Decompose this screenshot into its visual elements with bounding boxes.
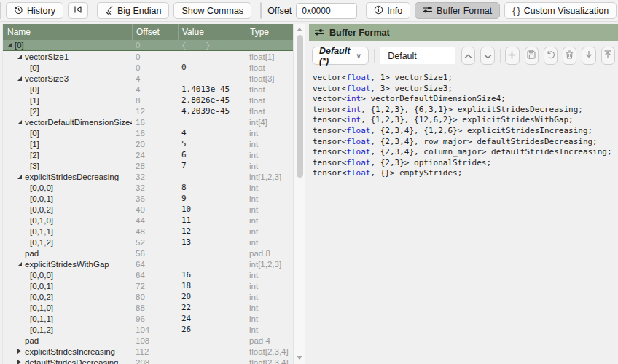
- clipped-button[interactable]: [0, 2, 1, 19]
- table-row[interactable]: [0]164int: [3, 127, 293, 138]
- download-arrow-icon: [584, 50, 593, 61]
- row-name: [0,0,2]: [3, 205, 132, 214]
- expand-collapse-icon[interactable]: [17, 54, 25, 60]
- table-row[interactable]: pad108pad 4: [3, 335, 293, 346]
- import-preset-button[interactable]: [582, 47, 595, 65]
- panel-title: Buffer Format: [329, 28, 390, 38]
- code-line: tensor<int, {1,2,3}, {12,6,2}> explicitS…: [313, 115, 618, 126]
- row-name: [0]: [3, 129, 132, 138]
- table-row[interactable]: [0,1,0]4411int: [3, 215, 293, 226]
- row-name: [0,0,1]: [3, 282, 132, 290]
- expand-collapse-icon[interactable]: [17, 348, 25, 355]
- table-row[interactable]: [1]205int: [3, 138, 293, 149]
- row-value: 1.4013e-45: [178, 84, 246, 94]
- info-button[interactable]: Info: [366, 2, 410, 19]
- custom-visualization-button[interactable]: { } Custom Visualization: [504, 2, 617, 19]
- table-row[interactable]: [0,0,2]8020int: [3, 291, 293, 302]
- table-row[interactable]: explicitStridesIncreasing112float[2,3,4]: [3, 346, 293, 357]
- row-offset: 4: [132, 85, 178, 94]
- expand-collapse-icon[interactable]: [17, 76, 25, 82]
- table-row[interactable]: pad56pad 8: [3, 248, 293, 258]
- table-row[interactable]: explicitStridesWithGap64int[1,2,3]: [3, 258, 293, 269]
- row-type: int: [246, 183, 293, 192]
- row-offset: 4: [132, 74, 178, 83]
- export-preset-button[interactable]: [601, 47, 615, 65]
- scroll-down-icon[interactable]: [294, 352, 305, 363]
- row-name: explicitStridesDecreasing: [3, 173, 132, 181]
- delete-preset-button[interactable]: [563, 47, 576, 65]
- table-row[interactable]: [0,0,1]7218int: [3, 280, 293, 291]
- history-button[interactable]: History: [6, 2, 63, 19]
- row-offset: 48: [132, 227, 178, 236]
- info-icon: [374, 5, 383, 17]
- row-offset: 40: [132, 205, 178, 214]
- jump-to-start-button[interactable]: [68, 2, 88, 19]
- show-commas-button[interactable]: Show Commas: [173, 2, 251, 19]
- table-row[interactable]: [0,1,1]9624int: [3, 313, 293, 324]
- buffer-format-toolbar: Default (*) ∨: [309, 41, 618, 68]
- table-row[interactable]: [0]00float: [3, 62, 293, 73]
- row-offset: 64: [132, 260, 178, 269]
- expand-collapse-icon[interactable]: [17, 174, 25, 180]
- table-row[interactable]: vectorSize10float[1]: [3, 51, 293, 62]
- expand-collapse-icon[interactable]: [17, 119, 25, 125]
- row-type: int: [246, 238, 293, 247]
- table-row[interactable]: [0]0{ }: [3, 40, 293, 51]
- code-line: vector<float, 1> vectorSize1;: [313, 73, 618, 84]
- add-preset-button[interactable]: [505, 47, 519, 65]
- preset-name-input[interactable]: [379, 47, 456, 65]
- top-toolbar: History Big Endian Show Commas: [0, 0, 618, 22]
- expand-collapse-icon[interactable]: [17, 359, 25, 364]
- tree-scrollbar[interactable]: [293, 24, 305, 364]
- table-row[interactable]: [3]287int: [3, 160, 293, 171]
- row-offset: 64: [132, 271, 178, 280]
- data-tree-panel: Name Offset Value Type [0]0{ }vectorSize…: [2, 24, 293, 364]
- table-row[interactable]: [0,0,1]369int: [3, 193, 293, 204]
- row-name: [3]: [3, 162, 132, 170]
- table-row[interactable]: vectorSize34float[3]: [3, 73, 293, 84]
- row-offset: 108: [132, 336, 178, 345]
- table-row[interactable]: [0]41.4013e-45float: [3, 84, 293, 95]
- row-type: int: [246, 227, 293, 236]
- big-endian-button[interactable]: Big Endian: [97, 2, 169, 19]
- show-commas-label: Show Commas: [181, 6, 243, 16]
- scrollbar-thumb[interactable]: [297, 35, 303, 178]
- table-row[interactable]: [0,0,0]6416int: [3, 269, 293, 280]
- table-row[interactable]: [0,1,2]5213int: [3, 237, 293, 248]
- undo-button[interactable]: [544, 47, 558, 65]
- table-row[interactable]: [0,0,2]4010int: [3, 204, 293, 215]
- table-row[interactable]: [0,1,0]8822int: [3, 302, 293, 313]
- view-mode-table[interactable]: Table: [261, 3, 262, 18]
- table-row[interactable]: [0,1,2]10426int: [3, 324, 293, 335]
- table-row[interactable]: [0,1,1]4812int: [3, 226, 293, 237]
- row-name: vectorDefaultDimensionSize4: [3, 118, 132, 127]
- format-code-editor[interactable]: vector<float, 1> vectorSize1;vector<floa…: [309, 68, 618, 179]
- next-preset-button[interactable]: [480, 47, 494, 65]
- row-offset: 0: [132, 41, 178, 50]
- table-row[interactable]: defaultStridesDecreasing208float[2,3,4]: [3, 357, 293, 364]
- table-row[interactable]: [2]124.2039e-45float: [3, 106, 293, 116]
- table-row[interactable]: [0,0,0]328int: [3, 182, 293, 193]
- buffer-format-button[interactable]: Buffer Format: [415, 2, 500, 19]
- preset-dropdown[interactable]: Default (*) ∨: [312, 47, 369, 65]
- row-name: [0,1,2]: [3, 238, 132, 247]
- offset-input[interactable]: [296, 3, 357, 19]
- history-icon: [14, 5, 23, 17]
- row-offset: 208: [132, 358, 178, 364]
- code-line: tensor<float, {}> emptyStrides;: [313, 168, 618, 179]
- table-row[interactable]: vectorDefaultDimensionSize416int[4]: [3, 116, 293, 127]
- row-name: defaultStridesDecreasing: [3, 358, 132, 364]
- expand-collapse-icon[interactable]: [7, 42, 15, 48]
- table-row[interactable]: [2]246int: [3, 149, 293, 160]
- row-type: pad 8: [246, 249, 293, 258]
- table-row[interactable]: [1]82.8026e-45float: [3, 95, 293, 106]
- previous-preset-button[interactable]: [461, 47, 475, 65]
- sliders-icon: [314, 28, 324, 39]
- skip-to-start-icon: [73, 4, 83, 17]
- scroll-up-icon[interactable]: [294, 24, 305, 34]
- expand-collapse-icon[interactable]: [17, 261, 25, 267]
- table-row[interactable]: explicitStridesDecreasing32int[1,2,3]: [3, 171, 293, 182]
- row-offset: 0: [132, 63, 178, 72]
- buffer-format-panel-header: Buffer Format: [309, 24, 618, 41]
- save-preset-button[interactable]: [525, 47, 539, 65]
